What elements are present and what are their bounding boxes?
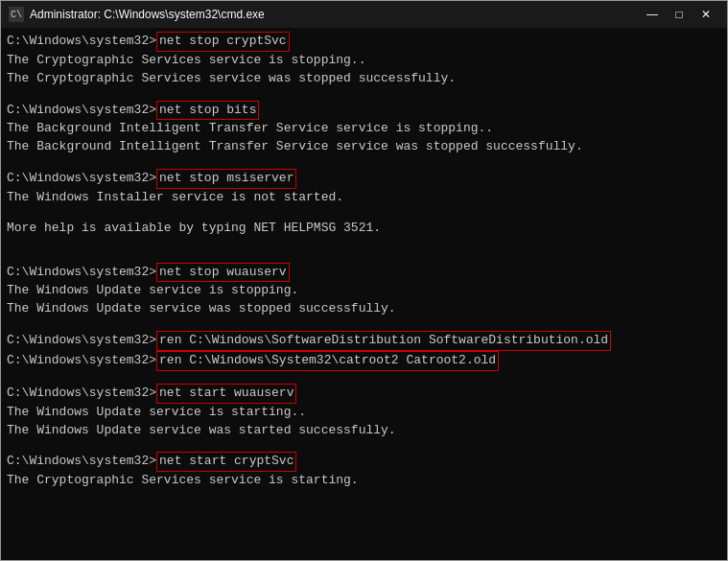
output-line: The Cryptographic Services service was s…: [7, 70, 721, 88]
prompt: C:\Windows\system32>: [7, 352, 156, 370]
maximize-button[interactable]: □: [666, 4, 693, 25]
cmd-window: C\ Administrator: C:\Windows\system32\cm…: [0, 0, 728, 561]
command-line: C:\Windows\system32>net stop wuauserv: [7, 263, 721, 283]
output-line: The Windows Update service is starting..: [7, 404, 721, 422]
command-line: C:\Windows\system32>ren C:\Windows\Syste…: [7, 351, 721, 371]
terminal-body[interactable]: C:\Windows\system32>net stop cryptSvcThe…: [1, 28, 727, 560]
prompt: C:\Windows\system32>: [7, 102, 156, 120]
cmd-icon: C\: [9, 7, 24, 22]
command-line: C:\Windows\system32>net stop cryptSvc: [7, 32, 721, 52]
command-line: C:\Windows\system32>net stop bits: [7, 101, 721, 121]
output-line: The Windows Update service was started s…: [7, 422, 721, 440]
command-line: C:\Windows\system32>ren C:\Windows\Softw…: [7, 331, 721, 351]
command-text: ren C:\Windows\System32\catroot2 Catroot…: [156, 351, 499, 371]
command-text: net start cryptSvc: [156, 452, 296, 472]
prompt: C:\Windows\system32>: [7, 453, 156, 471]
command-text: net stop wuauserv: [156, 263, 290, 283]
window-controls[interactable]: — □ ✕: [639, 4, 719, 25]
minimize-button[interactable]: —: [639, 4, 666, 25]
window-title: Administrator: C:\Windows\system32\cmd.e…: [30, 8, 265, 21]
output-line: The Windows Installer service is not sta…: [7, 189, 721, 207]
command-line: C:\Windows\system32>net start wuauserv: [7, 384, 721, 404]
output-line: The Windows Update service was stopped s…: [7, 300, 721, 318]
output-line: The Cryptographic Services service is st…: [7, 52, 721, 70]
prompt: C:\Windows\system32>: [7, 332, 156, 350]
command-line: C:\Windows\system32>net stop msiserver: [7, 169, 721, 189]
command-text: ren C:\Windows\SoftwareDistribution Soft…: [156, 331, 611, 351]
command-text: net stop bits: [156, 101, 259, 121]
close-button[interactable]: ✕: [693, 4, 719, 25]
output-line: The Cryptographic Services service is st…: [7, 472, 721, 490]
title-bar: C\ Administrator: C:\Windows\system32\cm…: [1, 1, 727, 28]
command-text: net stop msiserver: [156, 169, 296, 189]
output-line: The Windows Update service is stopping.: [7, 282, 721, 300]
command-text: net start wuauserv: [156, 384, 296, 404]
output-line: More help is available by typing NET HEL…: [7, 220, 721, 238]
output-line: The Background Intelligent Transfer Serv…: [7, 120, 721, 138]
prompt: C:\Windows\system32>: [7, 385, 156, 403]
output-line: The Background Intelligent Transfer Serv…: [7, 138, 721, 156]
command-text: net stop cryptSvc: [156, 32, 290, 52]
prompt: C:\Windows\system32>: [7, 33, 156, 51]
command-line: C:\Windows\system32>net start cryptSvc: [7, 452, 721, 472]
prompt: C:\Windows\system32>: [7, 170, 156, 188]
title-bar-left: C\ Administrator: C:\Windows\system32\cm…: [9, 7, 265, 22]
prompt: C:\Windows\system32>: [7, 264, 156, 282]
